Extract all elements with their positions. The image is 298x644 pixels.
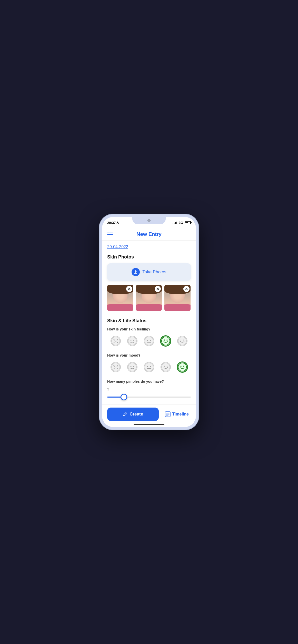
emoji-face-5 — [177, 336, 187, 346]
svg-point-8 — [147, 340, 148, 341]
emoji-svg-3 — [144, 336, 154, 346]
timeline-label: Timeline — [172, 412, 189, 417]
timeline-icon — [165, 411, 171, 417]
status-bar: 20:37 3G — [102, 217, 196, 228]
mood-1[interactable] — [110, 361, 122, 373]
time-display: 20:37 — [107, 221, 116, 225]
emoji-face-1 — [111, 336, 121, 346]
svg-point-10 — [162, 337, 170, 345]
emoji-svg-2 — [128, 336, 137, 346]
upload-arrow-icon — [134, 270, 138, 274]
photo-thumb-2: ✕ — [136, 285, 162, 311]
notch — [132, 217, 166, 224]
photo-thumb-3: ✕ — [164, 285, 191, 311]
skin-feeling-5[interactable] — [176, 335, 188, 347]
hamburger-line-3 — [107, 236, 113, 236]
skin-feeling-3[interactable] — [143, 335, 155, 347]
menu-button[interactable] — [107, 233, 113, 236]
mood-emoji-3 — [144, 362, 154, 372]
svg-point-28 — [178, 363, 186, 371]
svg-point-30 — [183, 366, 184, 367]
skin-feeling-2[interactable] — [126, 335, 138, 347]
battery-fill — [185, 222, 188, 223]
svg-point-6 — [133, 340, 134, 341]
status-right: 3G — [173, 221, 191, 225]
svg-point-19 — [128, 363, 136, 371]
svg-point-4 — [128, 337, 136, 345]
svg-point-21 — [133, 366, 134, 367]
mood-emoji-1 — [111, 362, 121, 372]
create-label: Create — [130, 412, 143, 417]
mood-svg-1 — [111, 362, 120, 372]
svg-point-14 — [181, 339, 182, 340]
svg-point-7 — [145, 337, 153, 345]
mood-emoji-2 — [127, 362, 137, 372]
svg-point-29 — [181, 366, 182, 367]
mood-2[interactable] — [126, 361, 138, 373]
phone-shell: 20:37 3G — [99, 214, 199, 430]
mood-svg-2 — [128, 362, 137, 372]
battery-icon — [185, 221, 191, 224]
skin-feeling-row — [107, 335, 191, 347]
emoji-svg-1 — [111, 336, 120, 346]
svg-point-5 — [131, 340, 132, 341]
svg-point-22 — [145, 363, 153, 371]
svg-point-11 — [164, 339, 165, 341]
mood-emoji-4 — [161, 362, 171, 372]
take-photos-label: Take Photos — [142, 269, 166, 275]
emoji-face-3 — [144, 336, 154, 346]
status-time: 20:37 — [107, 221, 119, 225]
svg-marker-0 — [116, 221, 119, 224]
photo-thumb-1: ✕ — [107, 285, 133, 311]
skin-feeling-4[interactable] — [160, 335, 172, 347]
skin-photos-title: Skin Photos — [107, 254, 191, 260]
take-photos-button[interactable]: Take Photos — [107, 263, 191, 281]
timeline-button[interactable]: Timeline — [163, 409, 191, 419]
skin-feeling-label: How is your skin feeling? — [107, 327, 191, 331]
signal-bar-2 — [174, 223, 175, 224]
photos-grid: ✕ ✕ ✕ — [107, 285, 191, 311]
signal-bar-1 — [173, 223, 173, 224]
emoji-face-2 — [127, 336, 137, 346]
shirt-2 — [136, 304, 162, 311]
app-header: New Entry — [102, 228, 196, 241]
mood-svg-4 — [161, 362, 170, 372]
emoji-svg-5 — [178, 336, 187, 346]
shirt-1 — [107, 304, 133, 311]
pencil-icon — [123, 412, 127, 417]
bottom-bar: Create Timeline — [102, 404, 196, 427]
remove-photo-1-button[interactable]: ✕ — [126, 286, 132, 292]
slider-thumb[interactable] — [121, 394, 127, 400]
shirt-3 — [164, 304, 191, 311]
create-button[interactable]: Create — [107, 408, 159, 421]
skin-feeling-1[interactable] — [110, 335, 122, 347]
svg-point-1 — [111, 337, 120, 345]
emoji-face-4 — [161, 336, 171, 346]
hamburger-line-2 — [107, 234, 113, 235]
mood-4[interactable] — [160, 361, 172, 373]
mood-3[interactable] — [143, 361, 155, 373]
date-label[interactable]: 29-04-2022 — [107, 245, 191, 249]
home-indicator — [134, 424, 164, 425]
pimples-slider-container — [107, 393, 191, 401]
mood-emoji-5 — [177, 362, 187, 372]
pimples-label: How many pimples do you have? — [107, 379, 191, 383]
mood-5[interactable] — [176, 361, 188, 373]
signal-bar-3 — [175, 222, 176, 224]
svg-point-25 — [162, 363, 170, 371]
scroll-area[interactable]: 29-04-2022 Skin Photos Take Photos — [102, 241, 196, 427]
svg-point-24 — [150, 366, 151, 367]
hamburger-line-1 — [107, 233, 113, 233]
svg-point-26 — [164, 366, 165, 367]
signal-bars — [173, 221, 177, 224]
page-title: New Entry — [113, 231, 185, 237]
svg-point-13 — [178, 337, 186, 345]
signal-bar-4 — [176, 222, 177, 224]
remove-photo-3-button[interactable]: ✕ — [183, 286, 190, 292]
svg-point-9 — [150, 340, 151, 341]
svg-point-27 — [167, 366, 168, 367]
mood-svg-5 — [178, 362, 187, 372]
upload-icon — [132, 268, 140, 276]
mood-label: How is your mood? — [107, 353, 191, 357]
svg-point-23 — [147, 366, 148, 367]
